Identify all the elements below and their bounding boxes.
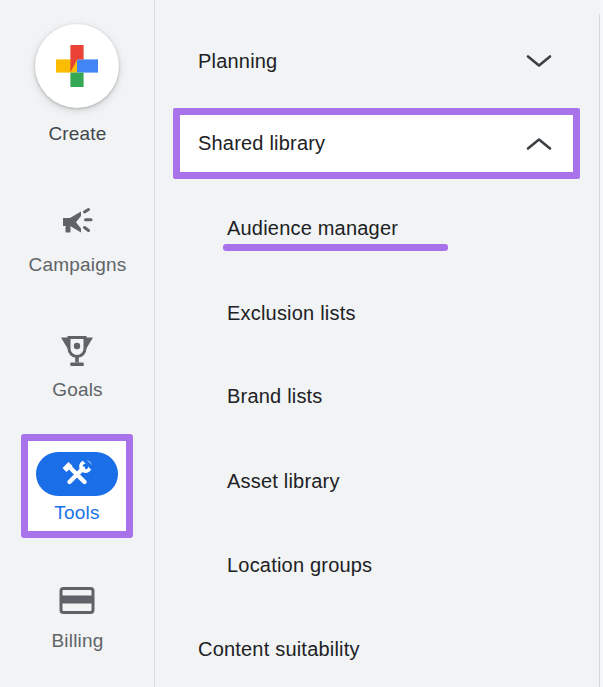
menu-item-audience-manager[interactable]: Audience manager	[156, 192, 603, 264]
chevron-up-icon[interactable]	[526, 137, 552, 151]
menu-item-label: Shared library	[198, 132, 325, 155]
credit-card-icon[interactable]	[59, 586, 95, 619]
rail-item-create-label: Create	[0, 123, 155, 145]
google-plus-icon	[56, 45, 98, 87]
rail-item-campaigns-label[interactable]: Campaigns	[0, 254, 155, 276]
menu-item-planning[interactable]: Planning	[156, 25, 603, 97]
menu-item-exclusion-lists[interactable]: Exclusion lists	[156, 277, 603, 349]
menu-item-shared-library[interactable]: Shared library	[173, 108, 580, 179]
menu-item-asset-library[interactable]: Asset library	[156, 445, 603, 517]
menu-item-label: Content suitability	[198, 638, 360, 661]
tools-selected-pill[interactable]	[36, 452, 118, 496]
menu-item-label: Asset library	[227, 470, 340, 493]
rail-item-goals-label[interactable]: Goals	[0, 379, 155, 401]
menu-item-label: Audience manager	[227, 217, 398, 240]
google-ads-navigation: Create Campaigns	[0, 0, 603, 687]
hammer-wrench-icon	[57, 460, 97, 488]
rail-item-billing-label[interactable]: Billing	[0, 630, 155, 652]
audience-manager-underline-annotation	[223, 244, 448, 251]
megaphone-icon[interactable]	[56, 205, 100, 243]
trophy-icon[interactable]	[58, 330, 96, 374]
menu-item-label: Location groups	[227, 554, 372, 577]
menu-item-location-groups[interactable]: Location groups	[156, 529, 603, 601]
menu-item-label: Brand lists	[227, 385, 323, 408]
rail-item-tools-label: Tools	[54, 502, 99, 524]
menu-item-content-suitability[interactable]: Content suitability	[156, 613, 603, 685]
menu-item-brand-lists[interactable]: Brand lists	[156, 360, 603, 432]
panel-right-border	[599, 14, 600, 687]
menu-item-label: Exclusion lists	[227, 302, 356, 325]
rail-item-tools[interactable]: Tools	[21, 434, 133, 538]
chevron-down-icon[interactable]	[526, 54, 552, 68]
left-nav-rail: Create Campaigns	[0, 0, 155, 687]
create-button[interactable]	[35, 24, 119, 108]
menu-item-label: Planning	[198, 50, 277, 73]
tools-menu-panel: Planning Shared library Audience manager…	[156, 0, 603, 687]
